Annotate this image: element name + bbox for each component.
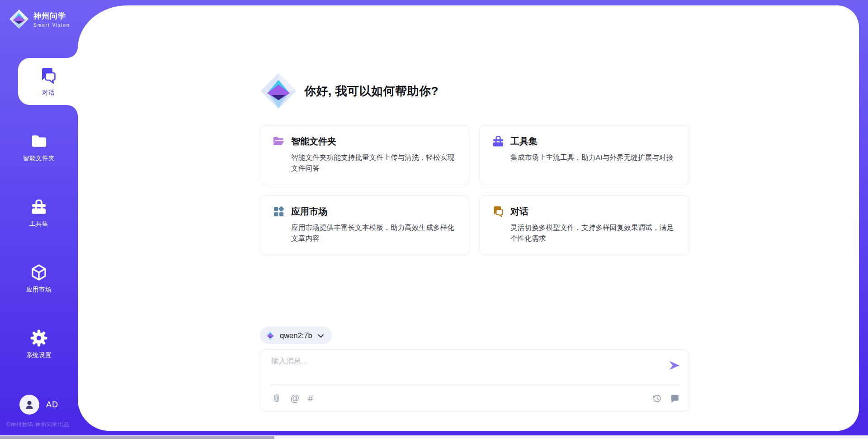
message-input[interactable] (271, 356, 660, 382)
chat-icon (491, 205, 505, 218)
card-description: 集成市场上主流工具，助力AI与外界无缝扩展与对接 (510, 152, 677, 163)
sidebar-item-label: 对话 (42, 89, 55, 97)
brand-diamond-icon (260, 72, 297, 110)
sidebar-item-toolset[interactable]: 工具集 (0, 189, 78, 236)
brand-diamond-icon (265, 330, 276, 341)
attachment-icon[interactable] (271, 393, 282, 404)
card-title: 智能文件夹 (291, 135, 336, 148)
sidebar: 神州问学 Smart Vision 对话 智能文件夹 工具集 应用市场 系统设置 (0, 0, 78, 439)
sidebar-item-chat[interactable]: 对话 (18, 58, 79, 105)
sidebar-item-label: 工具集 (29, 220, 48, 228)
category-icon (272, 205, 285, 218)
person-icon (24, 399, 35, 410)
folder-open-icon (272, 135, 285, 148)
copyright-text: ©神州数码·神州问学出品 (6, 421, 79, 429)
horizontal-scrollbar[interactable] (0, 435, 868, 439)
card-description: 应用市场提供丰富长文本模板，助力高效生成多样化文章内容 (291, 222, 458, 244)
model-name: qwen2:7b (280, 331, 312, 340)
sidebar-item-settings[interactable]: 系统设置 (0, 320, 78, 367)
sidebar-item-label: 系统设置 (26, 351, 52, 359)
user-profile[interactable]: AD (0, 395, 78, 415)
chat-composer-area: qwen2:7b @ # (260, 327, 689, 412)
hashtag-icon[interactable]: # (308, 394, 313, 403)
sidebar-item-smart-folder[interactable]: 智能文件夹 (0, 124, 78, 171)
composer-toolbar: @ # (271, 385, 680, 411)
chevron-down-icon (316, 332, 325, 339)
card-title: 对话 (510, 205, 528, 218)
chat-bubble-icon[interactable] (670, 393, 680, 404)
greeting-block: 你好, 我可以如何帮助你? (260, 72, 689, 110)
user-name: AD (46, 400, 58, 410)
toolbox-icon (29, 198, 48, 216)
model-selector[interactable]: qwen2:7b (260, 327, 332, 344)
avatar (19, 395, 39, 415)
folder-icon (29, 132, 48, 150)
card-app-market[interactable]: 应用市场 应用市场提供丰富长文本模板，助力高效生成多样化文章内容 (260, 195, 470, 255)
brand-diamond-icon (9, 9, 29, 29)
message-input-box: @ # (260, 349, 689, 412)
chat-icon (39, 67, 58, 85)
greeting-title: 你好, 我可以如何帮助你? (304, 83, 439, 99)
gear-icon (29, 329, 48, 347)
sidebar-item-label: 应用市场 (26, 286, 52, 294)
card-chat[interactable]: 对话 灵活切换多模型文件，支持多样回复效果调试，满足个性化需求 (479, 195, 689, 255)
history-icon[interactable] (652, 393, 662, 404)
card-title: 工具集 (510, 135, 538, 148)
brand-subtitle: Smart Vision (33, 23, 70, 28)
active-tab-curve-bottom (67, 105, 78, 116)
mention-icon[interactable]: @ (290, 394, 299, 403)
send-icon[interactable] (668, 359, 680, 372)
brand: 神州问学 Smart Vision (9, 9, 70, 29)
brand-name: 神州问学 (33, 11, 70, 21)
toolbox-icon (491, 135, 505, 148)
feature-cards: 智能文件夹 智能文件夹功能支持批量文件上传与清洗，轻松实现文件问答 工具集 集成… (260, 125, 689, 255)
active-tab-curve-top (67, 47, 78, 58)
sidebar-item-app-market[interactable]: 应用市场 (0, 255, 78, 302)
scrollbar-thumb[interactable] (0, 436, 274, 439)
card-description: 灵活切换多模型文件，支持多样回复效果调试，满足个性化需求 (510, 222, 677, 244)
app-window: 你好, 我可以如何帮助你? 智能文件夹 智能文件夹功能支持批量文件上传与清洗，轻… (0, 0, 868, 439)
card-smart-folder[interactable]: 智能文件夹 智能文件夹功能支持批量文件上传与清洗，轻松实现文件问答 (260, 125, 470, 185)
cube-icon (29, 263, 48, 282)
card-description: 智能文件夹功能支持批量文件上传与清洗，轻松实现文件问答 (291, 152, 458, 174)
card-toolset[interactable]: 工具集 集成市场上主流工具，助力AI与外界无缝扩展与对接 (479, 125, 689, 185)
sidebar-item-label: 智能文件夹 (23, 154, 55, 162)
card-title: 应用市场 (291, 205, 327, 218)
main-panel: 你好, 我可以如何帮助你? 智能文件夹 智能文件夹功能支持批量文件上传与清洗，轻… (78, 5, 859, 431)
